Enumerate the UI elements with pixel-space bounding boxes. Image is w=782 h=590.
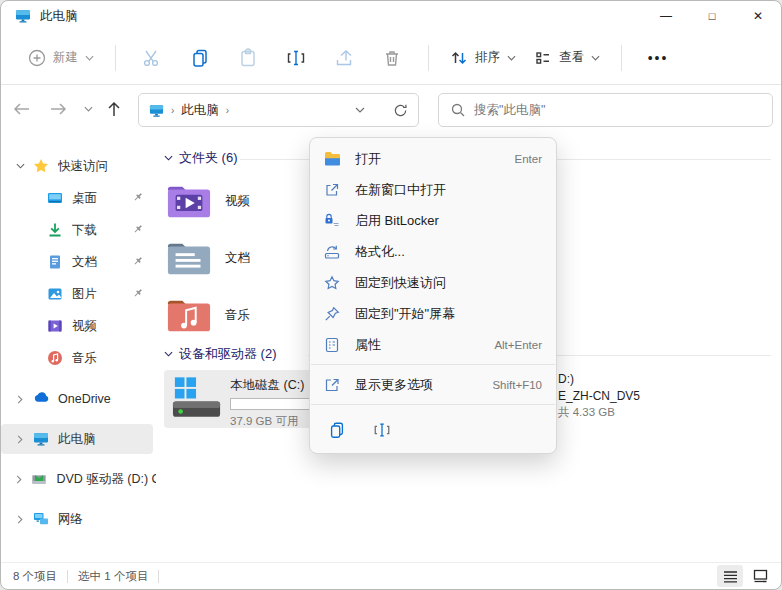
- copy-icon: [190, 48, 210, 68]
- onedrive-icon: [33, 391, 49, 407]
- back-button[interactable]: [7, 95, 35, 123]
- dvd-drive-item[interactable]: D:) E_ZH-CN_DV5 共 4.33 GB: [558, 371, 640, 421]
- paste-icon: [238, 48, 258, 68]
- menu-separator: [311, 404, 555, 405]
- sidebar-item-label: 下载: [72, 222, 97, 239]
- more-icon: •••: [648, 50, 669, 66]
- chevron-right-icon[interactable]: [13, 395, 27, 404]
- sidebar-item-music[interactable]: 音乐: [1, 343, 156, 373]
- menu-item-pin-to-quick-access[interactable]: 固定到快速访问: [315, 267, 551, 298]
- sidebar-item-this-pc[interactable]: 此电脑: [1, 424, 153, 454]
- star-icon: [33, 158, 49, 174]
- rename-icon: [286, 48, 306, 68]
- chevron-right-icon[interactable]: [13, 435, 27, 444]
- chevron-down-icon[interactable]: [164, 351, 173, 357]
- menu-shortcut: Enter: [515, 153, 543, 165]
- plus-circle-icon: [28, 49, 46, 67]
- menu-item-format[interactable]: 格式化...: [315, 236, 551, 267]
- menu-item-enable-bitlocker[interactable]: 启用 BitLocker: [315, 205, 551, 236]
- folder-tile-music[interactable]: 音乐: [166, 290, 316, 340]
- local-disk-icon: [172, 376, 222, 421]
- command-toolbar: 新建: [1, 31, 781, 85]
- address-bar[interactable]: › 此电脑 ›: [138, 93, 419, 127]
- videos-folder-icon: [166, 181, 212, 221]
- menu-item-label: 格式化...: [355, 243, 542, 261]
- menu-item-properties[interactable]: 属性 Alt+Enter: [315, 329, 551, 360]
- maximize-button[interactable]: □: [689, 1, 735, 31]
- menu-item-open-new-window[interactable]: 在新窗口中打开: [315, 174, 551, 205]
- chevron-right-icon[interactable]: [13, 515, 27, 524]
- chevron-down-icon: [507, 55, 516, 61]
- music-folder-icon: [166, 295, 212, 335]
- rename-button[interactable]: [274, 40, 318, 76]
- sidebar-item-quick-access[interactable]: 快速访问: [1, 151, 156, 181]
- copy-button[interactable]: [178, 40, 222, 76]
- this-pc-icon: [149, 103, 164, 118]
- sidebar-item-onedrive[interactable]: OneDrive: [1, 384, 156, 414]
- sidebar-item-label: OneDrive: [58, 392, 111, 406]
- sort-button[interactable]: 排序: [441, 42, 525, 74]
- sidebar-item-desktop[interactable]: 桌面: [1, 183, 156, 213]
- sidebar-item-label: DVD 驱动器 (D:) CP: [56, 471, 156, 488]
- breadcrumb-this-pc[interactable]: 此电脑: [181, 102, 219, 119]
- folder-tile-videos[interactable]: 视频: [166, 176, 316, 226]
- menu-item-label: 固定到"开始"屏幕: [355, 305, 542, 323]
- dvd-volume-fragment: E_ZH-CN_DV5: [558, 388, 640, 405]
- pin-outline-icon: [324, 305, 342, 323]
- chevron-right-icon[interactable]: [13, 475, 25, 484]
- sidebar-item-label: 音乐: [72, 350, 97, 367]
- address-dropdown-button[interactable]: [355, 107, 365, 113]
- paste-button[interactable]: [226, 40, 270, 76]
- menu-rename-button[interactable]: [367, 415, 397, 445]
- menu-item-label: 显示更多选项: [355, 376, 492, 394]
- explorer-window: 此电脑 — □ ✕ 新建: [0, 0, 782, 590]
- close-button[interactable]: ✕: [735, 1, 781, 31]
- menu-copy-button[interactable]: [322, 415, 352, 445]
- sidebar-item-downloads[interactable]: 下载: [1, 215, 156, 245]
- up-button[interactable]: [100, 95, 128, 123]
- menu-item-pin-to-start[interactable]: 固定到"开始"屏幕: [315, 298, 551, 329]
- large-icons-view-button[interactable]: [747, 565, 773, 587]
- more-button[interactable]: •••: [636, 40, 680, 76]
- menu-item-open[interactable]: 打开 Enter: [315, 143, 551, 174]
- share-button[interactable]: [322, 40, 366, 76]
- chevron-down-icon[interactable]: [164, 155, 173, 161]
- forward-button[interactable]: [44, 95, 72, 123]
- menu-item-label: 在新窗口中打开: [355, 181, 542, 199]
- folders-group-header: 文件夹 (6): [164, 149, 238, 167]
- sidebar-item-label: 文档: [72, 254, 97, 271]
- drives-group-label: 设备和驱动器 (2): [179, 345, 277, 363]
- status-divider: [67, 570, 68, 583]
- sidebar-item-network[interactable]: 网络: [1, 504, 156, 534]
- cut-button[interactable]: [130, 40, 174, 76]
- folder-tile-documents[interactable]: 文档: [166, 233, 316, 283]
- this-pc-icon: [15, 8, 31, 24]
- folder-tile-label: 文档: [225, 250, 250, 267]
- sidebar-item-pictures[interactable]: 图片: [1, 279, 156, 309]
- menu-shortcut: Shift+F10: [492, 379, 542, 391]
- sort-label: 排序: [475, 49, 500, 66]
- refresh-icon[interactable]: [393, 103, 408, 118]
- window-title: 此电脑: [40, 8, 78, 25]
- search-input[interactable]: [474, 103, 760, 117]
- menu-icon-row: [310, 409, 556, 449]
- recent-locations-button[interactable]: [77, 95, 99, 123]
- delete-button[interactable]: [370, 40, 414, 76]
- details-view-button[interactable]: [717, 565, 743, 587]
- sidebar-item-documents[interactable]: 文档: [1, 247, 156, 277]
- breadcrumb-chevron-icon: ›: [226, 105, 229, 116]
- folders-group-label: 文件夹 (6): [179, 149, 238, 167]
- view-button[interactable]: 查看: [525, 42, 609, 74]
- toolbar-divider: [115, 45, 116, 71]
- new-button[interactable]: 新建: [19, 42, 103, 74]
- chevron-down-icon[interactable]: [13, 163, 27, 169]
- folder-tile-label: 视频: [225, 193, 250, 210]
- sidebar-item-videos[interactable]: 视频: [1, 311, 156, 341]
- share-icon: [334, 48, 354, 68]
- sidebar-item-dvd-drive[interactable]: DVD 驱动器 (D:) CP: [1, 464, 156, 494]
- navigation-pane: 快速访问 桌面 下载 文档: [1, 134, 156, 562]
- minimize-button[interactable]: —: [643, 1, 689, 31]
- network-icon: [33, 511, 49, 527]
- menu-item-show-more-options[interactable]: 显示更多选项 Shift+F10: [315, 369, 551, 400]
- dvd-drive-icon: [31, 471, 47, 487]
